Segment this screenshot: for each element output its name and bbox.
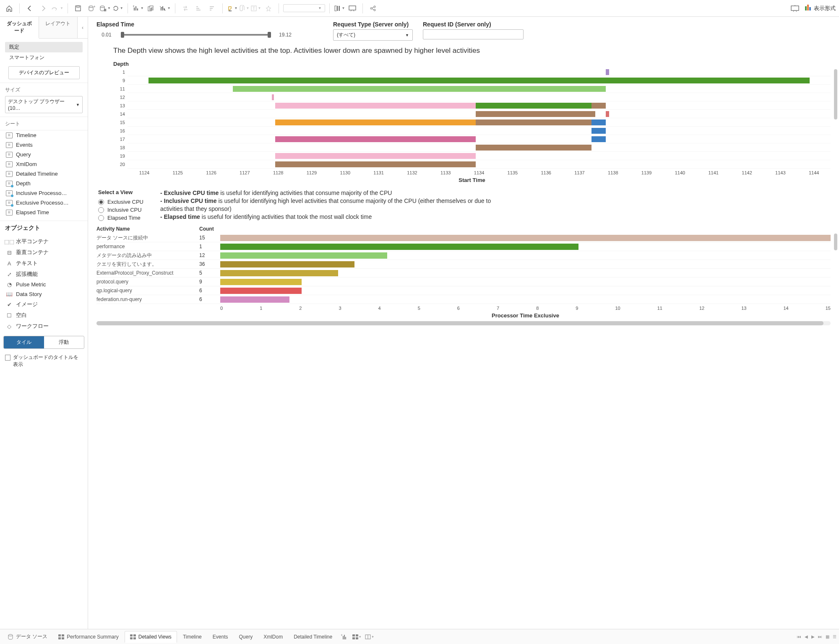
sort-desc-icon[interactable] <box>206 3 218 14</box>
swap-icon[interactable] <box>180 3 191 14</box>
activity-row[interactable]: データ ソースに接続中15 <box>96 234 831 242</box>
activity-bar[interactable] <box>220 296 289 303</box>
undo-redo-dropdown[interactable]: ▼ <box>51 6 63 11</box>
activity-bar[interactable] <box>220 270 338 276</box>
sheet-item[interactable]: ⫼Events <box>0 140 88 150</box>
gantt-bar[interactable] <box>476 111 595 117</box>
reqid-input[interactable] <box>423 29 524 39</box>
refresh-icon[interactable]: ▼ <box>112 5 123 12</box>
last-sheet-icon[interactable]: ⏭ <box>818 634 822 639</box>
activity-bar[interactable] <box>220 261 354 267</box>
activity-row[interactable]: protocol.query9 <box>96 278 831 286</box>
bottom-tab[interactable]: Detailed Views <box>125 631 177 643</box>
bottom-tab[interactable]: XmlDom <box>258 631 288 642</box>
bottom-tab[interactable]: Performance Summary <box>53 631 123 642</box>
new-dashboard-icon[interactable]: + <box>351 631 362 643</box>
prev-sheet-icon[interactable]: ◀ <box>805 634 808 639</box>
view-radio-elapsed-time[interactable]: Elapsed Time <box>98 214 143 222</box>
gantt-bar[interactable] <box>275 136 476 142</box>
bottom-tab[interactable]: Query <box>234 631 258 642</box>
gantt-bar[interactable] <box>476 119 592 125</box>
first-sheet-icon[interactable]: ⏮ <box>797 634 801 639</box>
object-item[interactable]: ◇ワークフロー <box>0 321 88 332</box>
sheet-list-icon[interactable]: ☰ <box>833 634 836 639</box>
activity-bar[interactable] <box>220 235 831 241</box>
new-worksheet-icon[interactable]: +▼ <box>132 5 144 12</box>
highlight-icon[interactable]: ▼ <box>227 5 238 12</box>
object-item[interactable]: Aテキスト <box>0 258 88 269</box>
activity-bar[interactable] <box>220 252 387 259</box>
gantt-bar[interactable] <box>275 153 476 159</box>
collapse-sidebar-icon[interactable]: ‹ <box>78 17 88 38</box>
sheet-item[interactable]: ⫼XmlDom <box>0 159 88 169</box>
gantt-bar[interactable] <box>591 119 606 125</box>
sheet-nav-controls[interactable]: ⏮ ◀ ▶ ⏭ ▦ ☰ <box>797 634 836 639</box>
activity-bar[interactable] <box>220 288 302 294</box>
next-sheet-icon[interactable]: ▶ <box>811 634 815 639</box>
size-select[interactable]: デスクトップ ブラウザー (10… ▼ <box>5 96 83 113</box>
sheet-item[interactable]: ⫼Exclusive Processo… <box>0 198 88 208</box>
object-item[interactable]: ☐空白 <box>0 310 88 321</box>
duplicate-sheet-icon[interactable] <box>146 3 157 14</box>
object-item[interactable]: ✔イメージ <box>0 299 88 310</box>
gantt-bar[interactable] <box>233 86 605 92</box>
show-me-button[interactable]: 表示形式 <box>805 5 836 12</box>
object-item[interactable]: 📖Data Story <box>0 289 88 299</box>
presentation-icon[interactable] <box>347 3 358 14</box>
new-sheet-icon[interactable]: + <box>338 631 350 643</box>
gantt-bar[interactable] <box>149 78 809 83</box>
gantt-bar[interactable] <box>591 128 606 134</box>
object-item[interactable]: ⊟垂直コンテナ <box>0 247 88 258</box>
reqtype-dropdown[interactable]: (すべて) ▼ <box>333 29 413 41</box>
tab-dashboard[interactable]: ダッシュボード <box>0 17 39 39</box>
device-default[interactable]: 既定 <box>5 42 83 52</box>
datasource-tab[interactable]: データ ソース <box>3 631 52 643</box>
device-smartphone[interactable]: スマートフォン <box>5 52 83 63</box>
gantt-bar[interactable] <box>591 136 606 142</box>
new-datasource-icon[interactable]: + <box>86 3 97 14</box>
bottom-tab[interactable]: Detailed Timeline <box>289 631 337 642</box>
slider-thumb-right[interactable] <box>268 32 271 38</box>
fit-dropdown[interactable]: ▼ <box>283 4 325 12</box>
gantt-bar[interactable] <box>606 69 609 75</box>
clear-sheet-icon[interactable]: ▼ <box>159 5 171 12</box>
forward-icon[interactable] <box>37 3 49 14</box>
activity-row[interactable]: クエリを実行しています。36 <box>96 260 831 269</box>
device-preview-button[interactable]: デバイスのプレビュー <box>8 66 80 79</box>
object-item[interactable]: ◔Pulse Metric <box>0 280 88 289</box>
show-cards-icon[interactable]: ▼ <box>334 5 345 12</box>
canvas-hscroll[interactable] <box>96 321 831 325</box>
attach-icon[interactable]: ▼ <box>240 5 250 12</box>
slider-thumb-left[interactable] <box>121 32 124 38</box>
elapsed-slider[interactable]: 0.01 19.12 <box>96 32 323 38</box>
slider-track[interactable] <box>122 34 269 36</box>
new-story-icon[interactable]: + <box>363 631 375 643</box>
gantt-bar[interactable] <box>591 103 606 109</box>
show-title-checkbox[interactable]: ダッシュボードのタイトルを表示 <box>0 351 88 373</box>
gantt-bar[interactable] <box>476 103 592 109</box>
activity-row[interactable]: ExternalProtocol_Proxy_Construct5 <box>96 269 831 278</box>
pause-updates-icon[interactable]: ▼ <box>99 5 111 12</box>
tab-layout[interactable]: レイアウト <box>39 17 78 38</box>
bottom-tab[interactable]: Timeline <box>178 631 207 642</box>
sheet-item[interactable]: ⫼Detailed Timeline <box>0 169 88 179</box>
activity-bar[interactable] <box>220 244 578 250</box>
back-icon[interactable] <box>24 3 36 14</box>
float-button[interactable]: 浮動 <box>44 336 84 348</box>
home-icon[interactable] <box>3 3 15 14</box>
sheet-item[interactable]: ⫼Elapsed Time <box>0 208 88 217</box>
activity-row[interactable]: qp.logical-query6 <box>96 286 831 295</box>
sheet-item[interactable]: ⫼Depth <box>0 179 88 188</box>
view-radio-inclusive-cpu[interactable]: Inclusive CPU <box>98 206 143 214</box>
activity-row[interactable]: federation.run-query6 <box>96 295 831 304</box>
depth-scrollbar[interactable] <box>834 69 837 119</box>
activity-row[interactable]: メタデータの読み込み中12 <box>96 251 831 260</box>
tile-button[interactable]: タイル <box>4 336 44 348</box>
gantt-plot[interactable] <box>128 68 831 169</box>
activity-row[interactable]: performance1 <box>96 242 831 251</box>
gantt-bar[interactable] <box>275 119 476 125</box>
gantt-bar[interactable] <box>275 161 476 167</box>
sheet-item[interactable]: ⫼Query <box>0 150 88 159</box>
sheet-item[interactable]: ⫼Inclusive Processo… <box>0 188 88 198</box>
share-icon[interactable] <box>367 3 379 14</box>
